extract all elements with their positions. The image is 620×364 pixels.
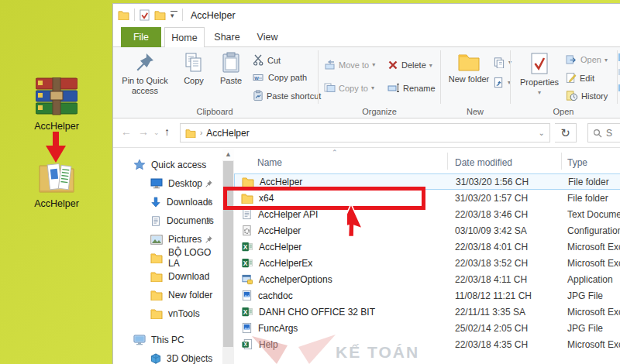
delete-icon <box>388 60 398 70</box>
file-date-modified: 22/03/18 4:01 CH <box>455 242 567 252</box>
easy-access-button[interactable]: ▾ <box>493 77 511 88</box>
search-input[interactable]: S <box>587 123 620 143</box>
address-bar: ← → ⌄ ↑ › AccHelper ⌄ ↻ S <box>113 118 620 148</box>
sidebar-item-downloads[interactable]: Downloads <box>113 193 222 211</box>
column-header-date-modified[interactable]: Date modified <box>455 157 512 168</box>
file-list: ⌃ Name Date modified Type AccHelper31/03… <box>234 148 620 364</box>
refresh-button[interactable]: ↻ <box>555 123 577 143</box>
history-button[interactable]: History <box>566 90 608 101</box>
column-divider[interactable] <box>561 153 562 170</box>
new-item-button[interactable]: ▾ <box>493 57 512 68</box>
folder-icon[interactable] <box>154 10 166 20</box>
recent-locations-chevron-icon[interactable]: ⌄ <box>153 129 160 136</box>
address-dropdown-chevron-icon[interactable]: ⌄ <box>539 129 545 137</box>
copy-to-button[interactable]: Copy to▾ <box>324 83 374 93</box>
new-folder-button[interactable]: New folder <box>448 50 490 84</box>
sidebar-item-3d-objects[interactable]: 3D Objects <box>113 349 222 364</box>
pin-icon <box>205 180 213 188</box>
svg-text:X: X <box>243 243 248 251</box>
delete-button[interactable]: Delete▾ <box>388 60 432 70</box>
sidebar-item-new-folder[interactable]: New folder <box>113 286 222 304</box>
file-date-modified: 11/08/12 11:21 CH <box>455 290 567 301</box>
scroll-up-icon[interactable]: ▲ <box>222 148 234 160</box>
file-row-funcargs[interactable]: FuncArgs25/02/14 2:05 CHJPG File <box>234 320 620 336</box>
rename-button[interactable]: Rename <box>388 83 436 93</box>
button-label: Pin to Quick access <box>122 76 167 95</box>
explorer-window: ▾ AccHelper File Home Share View Pin to … <box>112 3 620 364</box>
svg-text:X: X <box>243 259 248 267</box>
sidebar-item-documents[interactable]: Documents <box>113 211 222 230</box>
column-divider[interactable] <box>447 153 448 170</box>
tab-share[interactable]: Share <box>208 27 246 47</box>
sidebar-item-download[interactable]: Download <box>113 267 222 286</box>
cut-button[interactable]: Cut <box>253 54 281 66</box>
file-row-acchelperex[interactable]: XAccHelperEx22/03/18 3:52 CHMicrosoft Ex… <box>234 255 620 271</box>
button-label: Properties <box>520 77 559 87</box>
copy-path-button[interactable]: W Copy path <box>253 72 307 82</box>
button-label: History <box>581 91 608 101</box>
folder-icon[interactable] <box>118 10 129 20</box>
sidebar-item-pictures[interactable]: Pictures <box>113 230 222 249</box>
paste-shortcut-button[interactable]: Paste shortcut <box>253 90 321 101</box>
desktop-icon-label: AccHelper <box>22 198 91 209</box>
sidebar-item-quick-access[interactable]: Quick access <box>113 156 222 174</box>
button-label: Paste <box>220 76 242 85</box>
paste-button[interactable]: Paste <box>214 50 248 86</box>
sidebar-item-desktop[interactable]: Desktop <box>113 174 222 193</box>
file-name: AccHelperEx <box>259 258 312 269</box>
file-date-modified: 22/03/18 3:46 CH <box>455 209 567 220</box>
file-name: DANH CHO OFFICE 32 BIT <box>259 307 375 318</box>
file-row-acchelperoptions[interactable]: AcchelperOptions22/03/18 4:11 CHApplicat… <box>234 271 620 287</box>
desktop-icon-acchelper-folder[interactable]: AccHelper <box>22 160 91 209</box>
file-row-acchelper[interactable]: XAccHelper22/03/18 4:01 CHMicrosoft Exc <box>234 239 620 255</box>
file-date-modified: 03/10/09 3:42 SA <box>455 225 567 236</box>
file-row-cachdoc[interactable]: cachdoc11/08/12 11:21 CHJPG File <box>234 287 620 304</box>
sidebar-item-vntools[interactable]: vnTools <box>113 304 222 323</box>
column-header-name[interactable]: Name <box>257 157 282 168</box>
pin-to-quick-access-button[interactable]: Pin to Quick access <box>119 50 170 96</box>
file-type: Microsoft Exc <box>567 339 620 350</box>
file-name: AccHelper <box>258 225 301 236</box>
copy-button[interactable]: Copy <box>177 50 211 86</box>
cut-icon <box>253 54 264 66</box>
document-icon <box>150 215 161 227</box>
tab-view[interactable]: View <box>250 27 285 47</box>
sidebar-item-this-pc[interactable]: This PC <box>113 331 222 349</box>
move-to-button[interactable]: Move to▾ <box>324 60 375 70</box>
separator <box>510 50 511 104</box>
open-button[interactable]: Open▾ <box>566 54 608 65</box>
jpg-icon <box>241 290 253 301</box>
copy-to-icon <box>324 83 336 93</box>
app-icon <box>241 273 253 285</box>
tab-home[interactable]: Home <box>164 27 205 47</box>
back-button[interactable]: ← <box>121 125 132 138</box>
folder-icon <box>150 271 163 282</box>
file-type: Microsoft Exc <box>567 307 620 318</box>
customize-qat-dropdown-icon[interactable]: ▾ <box>170 11 177 19</box>
file-row-acchelper[interactable]: AccHelper03/10/09 3:42 SAConfiguration <box>234 222 620 239</box>
new-item-icon <box>493 57 505 68</box>
sidebar-scrollbar[interactable]: ▲ <box>222 148 234 364</box>
button-label: Move to <box>339 60 369 70</box>
up-button[interactable]: ↑ <box>164 125 170 138</box>
desktop-icon-label: AccHelper <box>22 121 91 132</box>
folder-icon <box>150 290 163 300</box>
cursor-arrow-icon <box>347 203 384 246</box>
separator <box>617 50 618 104</box>
easy-access-icon <box>493 77 505 88</box>
tab-file[interactable]: File <box>121 27 161 47</box>
desktop-icon-winrar-archive[interactable]: AccHelper <box>22 77 91 132</box>
pin-icon <box>205 198 213 207</box>
properties-check-icon[interactable] <box>140 9 150 21</box>
breadcrumb[interactable]: AccHelper <box>206 128 249 139</box>
address-box[interactable]: › AccHelper ⌄ <box>180 123 550 143</box>
edit-button[interactable]: Edit <box>566 72 594 84</box>
file-row-danh-cho-office-32-bit[interactable]: XDANH CHO OFFICE 32 BIT22/11/11 3:35 SAM… <box>234 304 620 320</box>
search-placeholder: S <box>606 128 612 139</box>
column-header-type[interactable]: Type <box>567 157 587 168</box>
sidebar-item-label: New folder <box>168 290 212 300</box>
separator <box>182 9 183 21</box>
forward-button[interactable]: → <box>138 125 149 138</box>
properties-button[interactable]: Properties ▾ <box>518 50 561 98</box>
sidebar-item-b-logo-la[interactable]: BỘ LOGO LA <box>113 249 222 267</box>
